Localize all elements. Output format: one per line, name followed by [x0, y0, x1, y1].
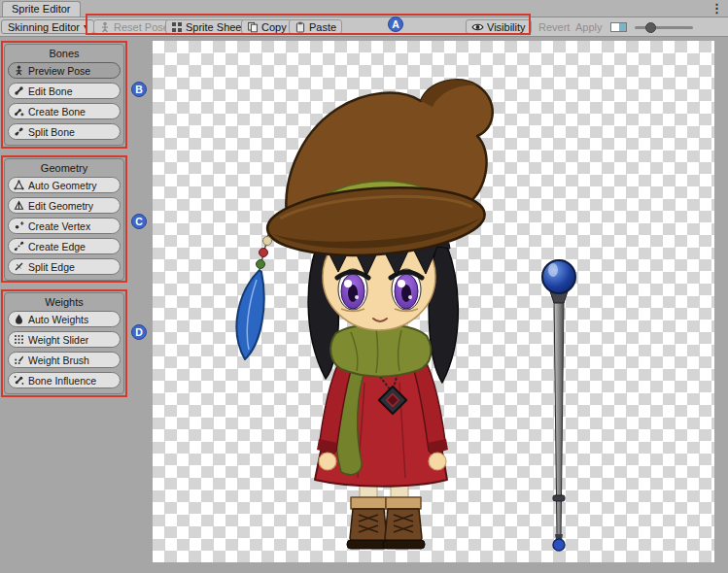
zoom-slider-knob[interactable] — [645, 22, 656, 33]
copy-icon — [247, 21, 259, 33]
create-edge-button[interactable]: Create Edge — [8, 238, 121, 254]
auto-geometry-label: Auto Geometry — [28, 180, 97, 191]
window-menu-icon[interactable]: ⋮ — [711, 0, 723, 17]
visibility-button[interactable]: Visibility — [466, 19, 532, 34]
edit-bone-button[interactable]: Edit Bone — [8, 83, 121, 99]
sprite-canvas[interactable] — [153, 41, 714, 562]
create-vertex-button[interactable]: Create Vertex — [8, 218, 121, 234]
color-mode-swatch[interactable] — [610, 22, 627, 32]
create-vertex-icon — [14, 220, 24, 231]
split-edge-icon — [14, 261, 24, 272]
boot-right — [383, 497, 425, 549]
preview-pose-button[interactable]: Preview Pose — [8, 62, 121, 79]
sprite-editor-tab[interactable]: Sprite Editor — [2, 1, 81, 17]
bones-panel: Bones Preview Pose Edit Bone Create Bone… — [4, 44, 124, 146]
edit-geometry-button[interactable]: Edit Geometry — [8, 197, 121, 214]
reset-pose-icon — [99, 21, 111, 33]
auto-weights-button[interactable]: Auto Weights — [8, 311, 121, 327]
split-edge-label: Split Edge — [28, 261, 75, 273]
apply-label: Apply — [575, 21, 603, 33]
canvas-sprites — [153, 41, 714, 562]
preview-pose-label: Preview Pose — [28, 65, 90, 77]
edit-geometry-icon — [14, 200, 24, 211]
geometry-panel: Geometry Auto Geometry Edit Geometry Cre… — [4, 158, 124, 281]
auto-geometry-button[interactable]: Auto Geometry — [8, 177, 121, 193]
character-sprite[interactable] — [236, 80, 492, 549]
auto-weights-icon — [14, 314, 24, 324]
weight-brush-icon — [14, 354, 24, 365]
auto-weights-label: Auto Weights — [28, 314, 88, 325]
revert-label: Revert — [538, 21, 570, 33]
split-bone-label: Split Bone — [28, 126, 75, 138]
bone-influence-icon — [14, 375, 24, 386]
paste-label: Paste — [309, 21, 336, 33]
weight-slider-button[interactable]: Weight Slider — [8, 331, 121, 348]
window-tab-bar: Sprite Editor ⋮ — [0, 0, 728, 17]
weights-panel-title: Weights — [8, 296, 121, 308]
sprite-editor-tab-label: Sprite Editor — [12, 3, 71, 15]
weight-slider-icon — [14, 334, 24, 345]
weights-panel: Weights Auto Weights Weight Slider Weigh… — [4, 292, 124, 394]
reset-pose-label: Reset Pose — [114, 21, 169, 33]
create-bone-button[interactable]: Create Bone — [8, 103, 121, 119]
preview-pose-icon — [14, 65, 24, 76]
weight-brush-label: Weight Brush — [28, 354, 89, 366]
copy-label: Copy — [261, 21, 287, 33]
sprite-sheet-icon — [171, 21, 183, 33]
boot-left — [347, 497, 389, 549]
sprite-sheet-button[interactable]: Sprite Sheet — [165, 19, 251, 34]
split-bone-icon — [14, 126, 24, 137]
staff-sprite[interactable] — [542, 260, 575, 551]
create-edge-icon — [14, 241, 24, 252]
create-bone-icon — [14, 106, 24, 117]
edit-geometry-label: Edit Geometry — [28, 200, 93, 212]
annotation-badge-a: A — [388, 17, 403, 32]
skinning-editor-dropdown-label: Skinning Editor — [8, 21, 80, 33]
copy-button[interactable]: Copy — [241, 19, 293, 34]
annotation-badge-d: D — [131, 324, 147, 340]
bone-influence-button[interactable]: Bone Influence — [8, 372, 121, 388]
split-bone-button[interactable]: Split Bone — [8, 123, 121, 140]
paste-button[interactable]: Paste — [289, 19, 342, 34]
create-bone-label: Create Bone — [28, 106, 86, 118]
split-edge-button[interactable]: Split Edge — [8, 258, 121, 275]
edit-bone-icon — [14, 85, 24, 96]
visibility-eye-icon — [471, 21, 484, 33]
bone-influence-label: Bone Influence — [28, 375, 96, 387]
apply-button[interactable]: Apply — [570, 19, 608, 34]
weight-slider-label: Weight Slider — [28, 334, 88, 346]
zoom-slider[interactable] — [635, 26, 693, 29]
edit-bone-label: Edit Bone — [28, 85, 73, 97]
create-edge-label: Create Edge — [28, 241, 86, 253]
toolbar: Skinning Editor ▾ Reset Pose Sprite Shee… — [0, 17, 728, 37]
skinning-editor-dropdown[interactable]: Skinning Editor ▾ — [1, 19, 94, 34]
bones-panel-title: Bones — [8, 48, 121, 59]
annotation-badge-b: B — [131, 82, 147, 97]
reset-pose-button[interactable]: Reset Pose — [93, 19, 175, 34]
weight-brush-button[interactable]: Weight Brush — [8, 352, 121, 368]
auto-geometry-icon — [14, 180, 24, 190]
visibility-label: Visibility — [487, 21, 526, 33]
chevron-down-icon: ▾ — [84, 22, 87, 31]
geometry-panel-title: Geometry — [8, 162, 121, 174]
sprite-sheet-label: Sprite Sheet — [186, 21, 245, 33]
annotation-badge-c: C — [131, 214, 147, 229]
paste-icon — [295, 21, 306, 33]
create-vertex-label: Create Vertex — [28, 220, 90, 232]
